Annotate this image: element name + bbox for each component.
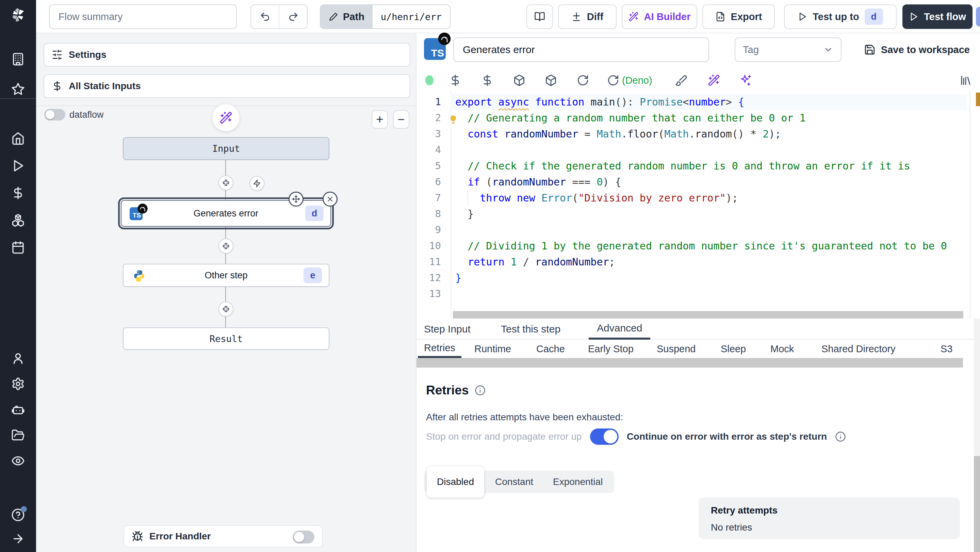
save-to-workspace-button[interactable]: Save to workspace — [864, 37, 970, 62]
undo-button[interactable] — [251, 5, 279, 28]
step-node-other-step[interactable]: Other step e — [123, 264, 329, 287]
tab-advanced[interactable]: Advanced — [589, 318, 650, 340]
subtab-s3[interactable]: S3 — [940, 340, 953, 358]
subtabs-horizontal-scrollbar[interactable] — [417, 358, 963, 367]
home-icon[interactable] — [11, 132, 25, 145]
clipped-button-edge — [976, 7, 980, 27]
bug-icon — [132, 531, 143, 542]
flow-settings-label: Settings — [69, 49, 106, 60]
settings-gear-icon[interactable] — [11, 377, 25, 391]
info-icon[interactable] — [835, 431, 846, 442]
export-button[interactable]: Export — [702, 5, 775, 29]
format-brush-icon[interactable] — [675, 74, 687, 86]
sliders-icon — [52, 49, 63, 60]
add-step-button[interactable] — [218, 239, 234, 253]
overview-ruler-warning-marker — [976, 92, 980, 106]
play-icon — [798, 12, 807, 21]
dataflow-toggle[interactable] — [44, 109, 65, 121]
step-name-input[interactable] — [453, 37, 709, 62]
test-up-to-button[interactable]: Test up to d — [784, 5, 897, 29]
result-node-label: Result — [210, 334, 243, 344]
info-icon[interactable] — [475, 385, 485, 396]
zoom-in-button[interactable]: + — [372, 110, 388, 129]
code-editor[interactable]: 12345678910111213 export async function … — [417, 91, 980, 318]
step-tabs: Step Input Test this step Advanced — [417, 318, 980, 340]
backoff-disabled-button[interactable]: Disabled — [427, 466, 484, 498]
deno-runtime-label: (Deno) — [622, 75, 652, 86]
dollar-icon — [52, 81, 63, 92]
ai-builder-button[interactable]: AI Builder — [622, 5, 697, 29]
users-icon[interactable] — [11, 352, 25, 365]
variables-dollar-icon[interactable] — [11, 186, 25, 200]
expand-sidebar-arrow-icon[interactable] — [11, 532, 25, 546]
folders-icon[interactable] — [11, 428, 25, 442]
ai-wand-icon[interactable] — [708, 74, 720, 86]
help-icon[interactable] — [11, 508, 25, 522]
workers-robot-icon[interactable] — [11, 403, 25, 417]
docs-button[interactable] — [527, 5, 553, 29]
reload-icon[interactable] — [577, 74, 589, 86]
deno-icon — [438, 32, 451, 46]
input-node[interactable]: Input — [123, 137, 329, 160]
zoom-out-button[interactable]: − — [393, 110, 409, 129]
subtab-runtime[interactable]: Runtime — [474, 340, 511, 358]
backoff-constant-button[interactable]: Constant — [486, 476, 542, 487]
subtab-cache[interactable]: Cache — [536, 340, 565, 358]
error-handler-toggle[interactable] — [293, 531, 314, 544]
editor-horizontal-scrollbar[interactable] — [453, 311, 963, 318]
flow-settings-button[interactable]: Settings — [43, 43, 410, 67]
add-trigger-button[interactable] — [250, 176, 264, 191]
subtab-early-stop[interactable]: Early Stop — [588, 340, 633, 358]
flow-summary-input[interactable] — [49, 5, 237, 29]
favorites-star-icon[interactable] — [11, 82, 25, 96]
backoff-exponential-button[interactable]: Exponential — [544, 476, 611, 487]
tag-select[interactable]: Tag — [735, 37, 842, 62]
subtab-retries[interactable]: Retries — [418, 340, 461, 358]
add-step-button[interactable] — [218, 175, 234, 190]
path-button[interactable]: Path u/henri/err — [320, 5, 450, 29]
tab-step-input[interactable]: Step Input — [424, 318, 471, 340]
move-step-button[interactable] — [288, 192, 304, 207]
play-icon — [909, 12, 918, 21]
delete-step-button[interactable] — [323, 192, 337, 207]
audit-eye-icon[interactable] — [11, 454, 25, 468]
zap-icon — [253, 179, 261, 188]
package-icon[interactable] — [513, 74, 525, 86]
error-behavior-row: Stop on error and propagate error up Con… — [426, 425, 846, 448]
resources-dollar-icon[interactable] — [481, 74, 493, 86]
test-flow-button[interactable]: Test flow — [902, 5, 972, 29]
windmill-logo-icon[interactable] — [8, 5, 27, 24]
wand-sparkles-icon — [220, 111, 232, 124]
dataflow-label: dataflow — [69, 110, 104, 120]
add-step-button[interactable] — [218, 302, 234, 317]
result-node[interactable]: Result — [123, 328, 329, 350]
library-panel-icon[interactable] — [959, 74, 972, 86]
windmill-flow-editor: Path u/henri/err Diff AI Builder Export … — [0, 0, 980, 552]
redo-button[interactable] — [279, 5, 307, 28]
error-handler-label: Error Handler — [150, 531, 211, 542]
error-handler-card[interactable]: Error Handler — [124, 525, 323, 547]
continue-on-error-toggle[interactable] — [590, 428, 619, 445]
scrollbar-thumb[interactable] — [974, 456, 980, 552]
subtab-mock[interactable]: Mock — [770, 340, 794, 358]
schedules-calendar-icon[interactable] — [11, 240, 25, 254]
plus-cross-icon — [222, 179, 230, 187]
ai-builder-label: AI Builder — [644, 11, 691, 22]
package-icon[interactable] — [545, 74, 557, 86]
diff-button[interactable]: Diff — [558, 5, 617, 29]
export-label: Export — [731, 11, 762, 22]
ai-flow-wand-button[interactable] — [212, 104, 240, 131]
workspace-icon[interactable] — [11, 52, 25, 66]
subtab-shared-directory[interactable]: Shared Directory — [821, 340, 896, 358]
variables-dollar-icon[interactable] — [449, 74, 461, 86]
diff-icon — [571, 11, 582, 22]
tab-test-this-step[interactable]: Test this step — [501, 318, 560, 340]
subtab-sleep[interactable]: Sleep — [721, 340, 746, 358]
subtab-suspend[interactable]: Suspend — [657, 340, 696, 358]
all-static-inputs-button[interactable]: All Static Inputs — [43, 74, 410, 98]
panel-vertical-scrollbar[interactable] — [974, 318, 980, 552]
reload-icon[interactable] — [607, 74, 619, 86]
resources-cubes-icon[interactable] — [11, 213, 25, 227]
runs-play-icon[interactable] — [11, 159, 25, 173]
sparkles-icon[interactable] — [740, 74, 752, 86]
